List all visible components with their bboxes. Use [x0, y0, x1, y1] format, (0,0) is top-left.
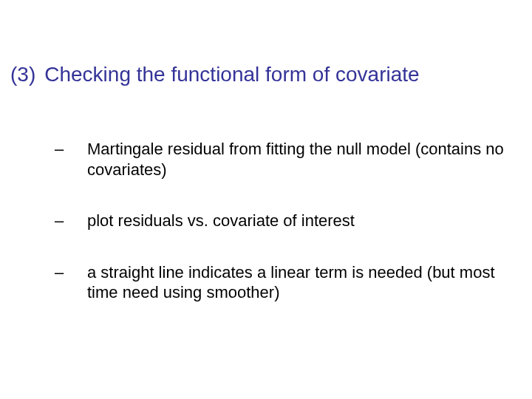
- bullet-text: plot residuals vs. covariate of interest: [87, 211, 510, 231]
- title-number: (3): [10, 62, 44, 87]
- list-item: – Martingale residual from fitting the n…: [53, 139, 510, 180]
- bullet-dash-icon: –: [53, 211, 87, 231]
- bullet-list: – Martingale residual from fitting the n…: [53, 139, 510, 334]
- bullet-dash-icon: –: [53, 262, 87, 283]
- title-text: Checking the functional form of covariat…: [44, 62, 522, 87]
- slide-title: (3) Checking the functional form of cova…: [10, 62, 522, 87]
- bullet-text: Martingale residual from fitting the nul…: [87, 139, 510, 180]
- list-item: – a straight line indicates a linear ter…: [53, 262, 510, 303]
- bullet-text: a straight line indicates a linear term …: [87, 262, 510, 303]
- bullet-dash-icon: –: [53, 139, 87, 160]
- list-item: – plot residuals vs. covariate of intere…: [53, 211, 510, 231]
- slide: (3) Checking the functional form of cova…: [0, 0, 532, 399]
